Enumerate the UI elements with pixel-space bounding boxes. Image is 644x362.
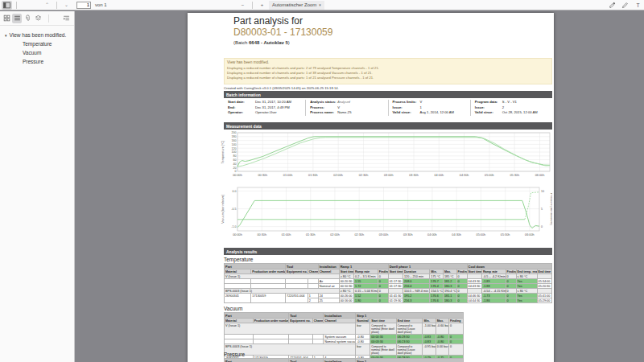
batch-info-value: Aug 1, 2014, 12:00 AM <box>420 110 455 116</box>
table-cell: 7220701-004 <box>286 294 308 303</box>
batch-info-value: Name-25 <box>337 110 351 116</box>
table-group-header: Cool down <box>467 264 551 269</box>
batch-info-row: End:Dec 31, 2017, 4:49 PM <box>228 105 301 111</box>
svg-text:Pressure [bar absolute]: Pressure [bar absolute] <box>550 193 552 224</box>
view-modified-notice: View has been modified. Displaying a red… <box>224 58 552 84</box>
svg-text:Temperature [°C]: Temperature [°C] <box>221 141 225 164</box>
pdf-page: Part analysis for D80003-01 - 17130059 (… <box>188 13 554 362</box>
sidebar-layers-button[interactable] <box>33 14 43 23</box>
svg-text:20: 20 <box>233 167 237 170</box>
report-part-id: D80003-01 - 17130059 <box>233 27 332 38</box>
zoom-select[interactable]: Automatischer Zoom ▾ <box>269 1 324 10</box>
sidebar-thumbnails-button[interactable] <box>2 14 11 23</box>
document-viewer[interactable]: Part analysis for D80003-01 - 17130059 (… <box>75 11 644 362</box>
chevron-up-icon: ⌃ <box>45 2 49 7</box>
highlight-button[interactable] <box>607 1 617 10</box>
batch-info-row: Program data:S - V - V1 <box>475 100 548 105</box>
notice-line: Displaying a reduced number of channels … <box>227 76 549 80</box>
table-group-header: Ramp 1 <box>339 264 388 269</box>
svg-text:5: 5 <box>541 208 543 211</box>
temperature-table: PartToolInstallationRamp 1Dwell phase 1C… <box>224 263 552 303</box>
toolbar-divider <box>48 14 49 23</box>
svg-text:05:30h: 05:30h <box>501 233 510 237</box>
outline-item-temperature[interactable]: Temperature <box>0 39 74 48</box>
batch-info-value: 2 <box>502 105 504 111</box>
zoom-in-button[interactable]: + <box>258 2 266 7</box>
batch-info-label: Start date: <box>228 100 255 105</box>
svg-text:03:30h: 03:30h <box>403 233 413 237</box>
previous-page-button[interactable]: ⌃ <box>42 1 52 10</box>
svg-text:01:30h: 01:30h <box>308 174 318 177</box>
chevron-down-icon: ⌄ <box>64 2 68 7</box>
svg-text:120: 120 <box>232 147 237 150</box>
svg-text:02:30h: 02:30h <box>359 174 369 177</box>
table-cell: -1.86 <box>481 298 506 303</box>
table-cell: 1.80 <box>353 298 378 303</box>
svg-text:05:00h: 05:00h <box>485 174 494 177</box>
svg-text:01:00h: 01:00h <box>282 233 291 237</box>
table-cell: 0 <box>449 344 464 356</box>
svg-text:200: 200 <box>232 131 237 134</box>
batch-info-value: Dec 31, 2017, 4:49 PM <box>255 105 290 111</box>
table-group-header: Tool <box>289 313 324 319</box>
temperature-chart: 00:00h00:30h01:00h01:30h02:00h02:30h03:0… <box>220 130 552 180</box>
table-group-header: Part <box>225 313 289 319</box>
table-row: BPS-0003 (Issue 1)barCompared to nominal… <box>225 344 464 356</box>
svg-text:04:30h: 04:30h <box>460 174 469 177</box>
svg-text:06:00h: 06:00h <box>525 233 535 237</box>
created-with-line: Created with CuringDesk v3.0.1 (09/05/20… <box>224 86 339 90</box>
zoom-out-button[interactable]: − <box>238 2 247 7</box>
sidebar-attachments-button[interactable] <box>23 14 32 23</box>
sidebar-toggle-button[interactable] <box>2 1 12 10</box>
svg-text:03:30h: 03:30h <box>409 174 419 177</box>
svg-text:06:00h: 06:00h <box>535 174 545 177</box>
toolbar-divider <box>16 2 17 9</box>
outline-item-vacuum[interactable]: Vacuum <box>0 48 74 57</box>
table-cell: 0 <box>506 298 516 303</box>
svg-text:04:00h: 04:00h <box>435 174 444 177</box>
text-annotation-button[interactable]: T <box>633 1 642 10</box>
table-group-header: Part <box>225 264 286 269</box>
svg-text:10: 10 <box>541 190 544 193</box>
batch-info-row: Issue:2 <box>475 105 548 111</box>
batch-info-value: Dec 31, 2017, 10:20 AM <box>255 100 291 105</box>
table-cell: 180.3 <box>443 298 456 303</box>
svg-text:05:30h: 05:30h <box>510 174 519 177</box>
outline-root-item[interactable]: ▾ View has been modified. <box>0 31 74 39</box>
vacuum-table-title: Vacuum <box>224 306 242 311</box>
svg-text:140: 140 <box>232 143 237 146</box>
table-group-header: Tool <box>286 264 319 269</box>
table-cell: Compared to nominal (Leave dwell phase) <box>396 323 423 335</box>
table-cell: 05:29:00 <box>537 298 551 303</box>
batch-line: (Batch 6648 - Autoklav 5) <box>233 40 290 45</box>
table-group-header: Installation <box>324 313 356 319</box>
table-cell: Yes <box>516 298 537 303</box>
table-cell: 2 <box>308 298 318 303</box>
section-header-measurement-data: Measurement data <box>224 122 552 130</box>
sidebar: ▾ View has been modified. Temperature Va… <box>0 11 75 362</box>
batch-info-row: Analysis status:Analysed <box>310 100 383 105</box>
outline-current-item-button[interactable] <box>61 14 71 23</box>
table-cell: 0.00 bar <box>436 344 448 356</box>
svg-text:-0.5: -0.5 <box>231 208 236 211</box>
draw-button[interactable] <box>620 1 630 10</box>
table-cell: 0 <box>449 323 464 335</box>
vacuum-pressure-chart: 00:00h00:30h01:00h01:30h02:00h02:30h03:0… <box>220 185 552 240</box>
table-cell: 256.3 <box>402 298 429 303</box>
svg-text:03:00h: 03:00h <box>379 233 389 237</box>
table-group-header: Tool <box>289 359 324 362</box>
batch-info-label: End: <box>228 105 255 111</box>
batch-info-value: 1 <box>420 105 422 111</box>
toolbar-divider <box>56 2 57 9</box>
highlighter-icon <box>609 2 616 9</box>
outline-item-pressure[interactable]: Pressure <box>0 57 74 66</box>
notice-title: View has been modified. <box>227 60 549 64</box>
batch-information-table: Start date:Dec 31, 2017, 10:20 AMEnd:Dec… <box>224 100 552 116</box>
outline-root-label: View has been modified. <box>10 32 67 38</box>
svg-text:02:00h: 02:00h <box>333 174 343 177</box>
batch-info-group: Process limits:VIssue:1Valid since:Aug 1… <box>388 100 470 116</box>
sidebar-outline-button[interactable] <box>12 14 22 23</box>
next-page-button[interactable]: ⌄ <box>61 1 72 10</box>
batch-info-label: Process name: <box>310 110 337 116</box>
page-number-input[interactable] <box>76 2 91 9</box>
